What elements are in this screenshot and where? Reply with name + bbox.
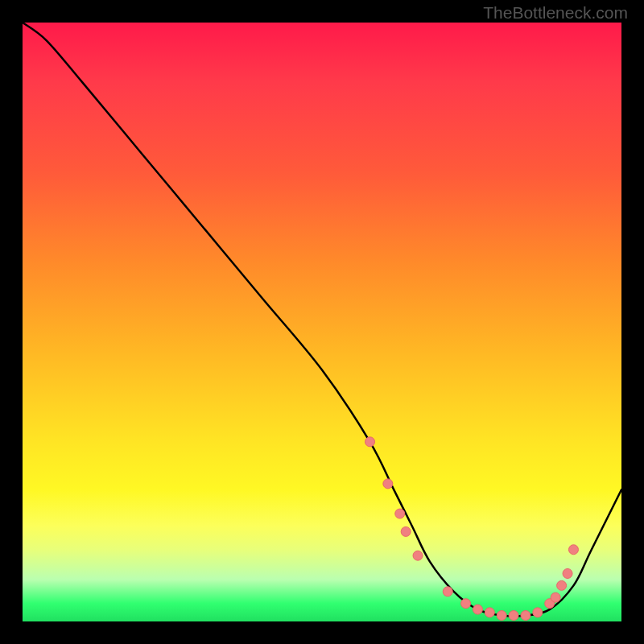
- chart-marker: [533, 608, 543, 617]
- bottleneck-curve: [23, 23, 621, 616]
- chart-marker: [563, 568, 572, 578]
- chart-marker: [443, 587, 452, 597]
- chart-marker: [383, 479, 393, 489]
- chart-marker: [473, 605, 482, 614]
- chart-marker: [461, 599, 471, 609]
- chart-marker: [551, 592, 560, 602]
- chart-marker: [413, 551, 423, 560]
- watermark-label: TheBottleneck.com: [483, 3, 628, 23]
- chart-marker: [509, 611, 518, 621]
- chart-marker: [401, 526, 411, 536]
- chart-marker: [557, 580, 567, 590]
- chart-plot-area: [23, 23, 621, 621]
- chart-marker: [568, 545, 578, 555]
- chart-marker: [395, 509, 405, 518]
- chart-marker: [485, 608, 494, 617]
- chart-marker: [521, 611, 530, 621]
- chart-svg: [23, 23, 621, 621]
- chart-markers: [365, 437, 579, 621]
- chart-marker: [365, 437, 375, 447]
- chart-marker: [497, 611, 506, 621]
